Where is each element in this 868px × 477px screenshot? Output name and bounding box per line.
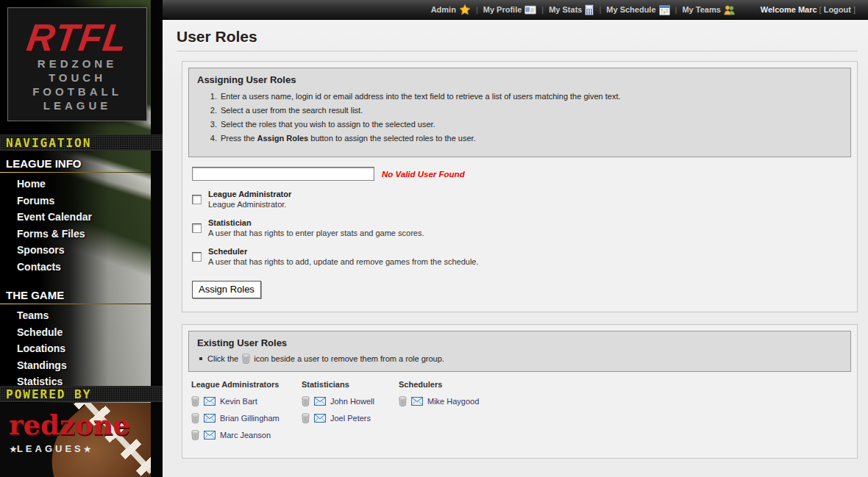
sidebar-item-teams[interactable]: Teams (0, 307, 151, 324)
topbar-admin[interactable]: Admin (431, 4, 471, 15)
email-icon[interactable] (314, 397, 326, 406)
instruction-text: button to assign the selected roles to t… (308, 134, 475, 143)
sidebar-item-event-calendar[interactable]: Event Calendar (0, 209, 151, 226)
leagues-wordmark: ★LEAGUES★ (10, 443, 91, 454)
user-link[interactable]: Marc Jeanson (220, 431, 271, 440)
league-logo-line: LEAGUE (8, 98, 146, 112)
scheduler-checkbox[interactable] (192, 252, 202, 262)
sidebar-item-standings[interactable]: Standings (0, 357, 151, 374)
sidebar-right-strip (151, 0, 163, 477)
assigning-instructions-box: Assigning User Roles Enter a users name,… (188, 68, 851, 157)
role-description: A user that has rights to enter player s… (208, 229, 424, 238)
instruction-step: Select a user from the search result lis… (219, 106, 842, 115)
remove-note: Click the icon beside a user to remove t… (197, 354, 842, 364)
group-title: Statisticians (302, 380, 399, 389)
bin-icon (242, 354, 250, 364)
sidebar-item-forms-files[interactable]: Forms & Files (0, 226, 151, 243)
topbar-separator: | (675, 5, 677, 14)
email-icon[interactable] (204, 431, 216, 440)
remove-user-button[interactable] (302, 413, 310, 423)
user-link[interactable]: Brian Gillingham (220, 414, 280, 423)
nav-section-the-game: THE GAME (0, 284, 151, 304)
bullet-square (199, 357, 202, 360)
group-title: League Administrators (191, 380, 302, 389)
existing-roles-heading: Existing User Roles (197, 337, 842, 348)
title-divider (177, 51, 858, 51)
group-icon (724, 4, 736, 15)
league-administrator-checkbox[interactable] (192, 195, 202, 204)
user-link[interactable]: Joel Peters (330, 414, 371, 423)
user-row: Joel Peters (302, 412, 399, 424)
leagues-text: LEAGUES (17, 443, 84, 454)
page-title: User Roles (177, 28, 868, 46)
user-link[interactable]: Mike Haygood (427, 397, 479, 406)
role-description: League Administrator. (208, 200, 291, 209)
instruction-bold-text: Assign Roles (257, 134, 309, 143)
user-row: Mike Haygood (399, 395, 479, 407)
email-icon[interactable] (204, 414, 216, 423)
topbar-my-profile[interactable]: My Profile (483, 5, 537, 15)
nav-section-league-info: LEAGUE INFO (0, 152, 151, 172)
topbar: Admin | My Profile | My Stats | My Sched… (163, 0, 868, 20)
remove-note-post: icon beside a user to remove them from a… (254, 354, 444, 363)
topbar-my-stats[interactable]: My Stats (549, 4, 594, 15)
email-icon[interactable] (314, 414, 326, 423)
user-row: Kevin Bart (191, 395, 302, 407)
league-logo-line: TOUCH (8, 71, 146, 85)
user-row: John Howell (302, 395, 399, 407)
existing-roles-panel: Existing User Roles Click the icon besid… (182, 324, 858, 459)
topbar-separator: | (476, 5, 478, 14)
instruction-step: Enter a users name, login id or email ad… (219, 92, 842, 101)
remove-user-button[interactable] (191, 396, 199, 406)
topbar-separator: | (599, 5, 601, 14)
role-option-row: Scheduler A user that has rights to add,… (192, 247, 851, 267)
redzone-wordmark: redzone (9, 412, 130, 439)
star-glyph: ★ (10, 445, 17, 453)
sidebar-item-contacts[interactable]: Contacts (0, 259, 151, 276)
logout-bracket: ] (853, 5, 855, 14)
group-statisticians: Statisticians John Howell Joel Peters (302, 380, 399, 446)
redzone-leagues-logo: redzone ★LEAGUES★ (0, 403, 151, 477)
instruction-text: Select the roles that you wish to assign… (221, 120, 435, 129)
calculator-icon (585, 4, 594, 15)
sidebar-item-locations[interactable]: Locations (0, 340, 151, 357)
nav-gap (0, 275, 151, 284)
sidebar-item-forums[interactable]: Forums (0, 193, 151, 209)
navigation-header: NAVIGATION (0, 135, 163, 151)
search-status-message: No Valid User Found (382, 170, 465, 179)
user-row: Brian Gillingham (191, 412, 302, 424)
user-search-input[interactable] (192, 167, 374, 181)
email-icon[interactable] (411, 397, 423, 406)
league-logo-acronym: RTFL (5, 18, 149, 57)
sidebar-item-home[interactable]: Home (0, 176, 151, 193)
league-logo-line: FOOTBALL (8, 85, 146, 98)
logout-link[interactable]: Logout (824, 5, 851, 14)
sidebar-item-schedule[interactable]: Schedule (0, 324, 151, 341)
calendar-icon (659, 4, 670, 15)
email-icon[interactable] (204, 397, 216, 406)
statistician-checkbox[interactable] (192, 223, 202, 233)
role-groups: League Administrators Kevin Bart Brian G… (191, 380, 851, 446)
role-label: Scheduler (208, 247, 479, 257)
instruction-step: Select the roles that you wish to assign… (219, 120, 842, 129)
user-link[interactable]: Kevin Bart (220, 397, 257, 406)
remove-note-pre: Click the (207, 354, 238, 363)
remove-user-button[interactable] (191, 430, 199, 440)
remove-user-button[interactable] (302, 396, 310, 406)
assign-roles-button[interactable]: Assign Roles (192, 281, 261, 298)
sidebar-item-sponsors[interactable]: Sponsors (0, 242, 151, 259)
remove-user-button[interactable] (399, 396, 407, 406)
nav-underline (0, 172, 151, 173)
user-link[interactable]: John Howell (330, 397, 374, 406)
sidebar: RTFL REDZONE TOUCH FOOTBALL LEAGUE NAVIG… (0, 0, 163, 477)
topbar-my-profile-label: My Profile (483, 5, 522, 14)
topbar-my-schedule[interactable]: My Schedule (606, 4, 669, 15)
topbar-my-teams[interactable]: My Teams (682, 4, 735, 15)
topbar-separator: | (541, 5, 544, 14)
vcard-icon (524, 5, 536, 15)
remove-user-button[interactable] (191, 413, 199, 423)
role-option-row: League Administrator League Administrato… (192, 190, 851, 209)
assigning-heading: Assigning User Roles (197, 74, 842, 85)
role-description: A user that has rights to add, update an… (208, 257, 479, 267)
main-content: User Roles Assigning User Roles Enter a … (163, 20, 868, 477)
